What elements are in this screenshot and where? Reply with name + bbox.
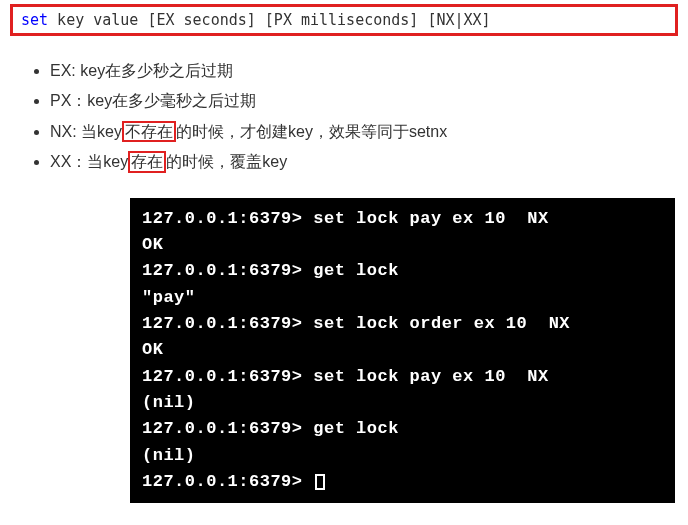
syntax-rest: key value [EX seconds] [PX milliseconds]… [48, 11, 491, 29]
cursor-icon [315, 474, 325, 490]
list-item-px: PX：key在多少毫秒之后过期 [50, 86, 688, 116]
bullet-nx-p2: 的时候，才创建key，效果等同于setnx [176, 123, 447, 140]
terminal-line: OK [142, 232, 663, 258]
terminal-line: 127.0.0.1:6379> get lock [142, 258, 663, 284]
terminal-output: 127.0.0.1:6379> set lock pay ex 10 NX OK… [130, 198, 675, 504]
bullet-ex-text: EX: key在多少秒之后过期 [50, 62, 233, 79]
terminal-line: 127.0.0.1:6379> set lock pay ex 10 NX [142, 206, 663, 232]
terminal-line: "pay" [142, 285, 663, 311]
terminal-line: 127.0.0.1:6379> set lock order ex 10 NX [142, 311, 663, 337]
terminal-line: OK [142, 337, 663, 363]
bullet-nx-highlight: 不存在 [122, 121, 176, 143]
terminal-line: (nil) [142, 390, 663, 416]
list-item-ex: EX: key在多少秒之后过期 [50, 56, 688, 86]
terminal-prompt-text: 127.0.0.1:6379> [142, 472, 313, 491]
bullet-xx-p2: 的时候，覆盖key [166, 153, 287, 170]
list-item-nx: NX: 当key不存在的时候，才创建key，效果等同于setnx [50, 117, 688, 147]
bullet-xx-p1: XX：当key [50, 153, 128, 170]
bullet-px-text: PX：key在多少毫秒之后过期 [50, 92, 256, 109]
terminal-line: (nil) [142, 443, 663, 469]
syntax-command-box: set key value [EX seconds] [PX milliseco… [10, 4, 678, 36]
list-item-xx: XX：当key存在的时候，覆盖key [50, 147, 688, 177]
syntax-keyword: set [21, 11, 48, 29]
bullet-xx-highlight: 存在 [128, 151, 166, 173]
terminal-line: 127.0.0.1:6379> set lock pay ex 10 NX [142, 364, 663, 390]
options-list: EX: key在多少秒之后过期 PX：key在多少毫秒之后过期 NX: 当key… [0, 56, 688, 178]
bullet-nx-p1: NX: 当key [50, 123, 122, 140]
terminal-prompt-line: 127.0.0.1:6379> [142, 469, 663, 495]
terminal-line: 127.0.0.1:6379> get lock [142, 416, 663, 442]
